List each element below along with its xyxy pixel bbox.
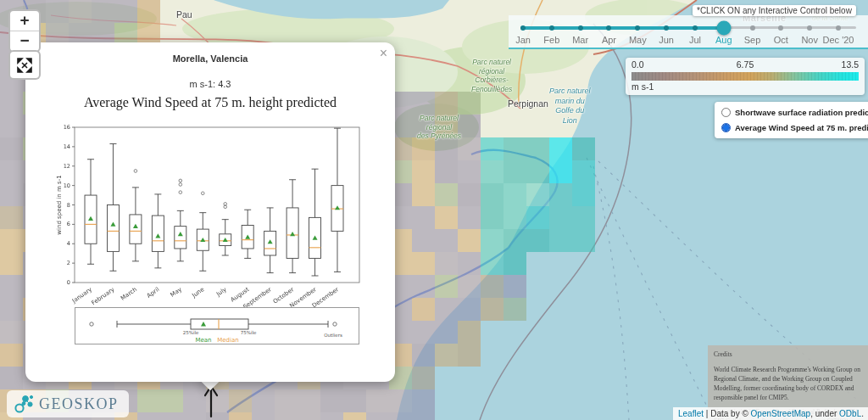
svg-text:4: 4 [67,240,70,247]
timeline-month-mar[interactable]: Mar [572,35,588,45]
timeline-month-jun[interactable]: Jun [659,35,674,45]
timeline-tick[interactable] [520,25,526,31]
timeline-tick[interactable] [836,25,841,31]
timeline-month-dec20[interactable]: Dec '20 [823,35,854,45]
svg-text:January: January [70,286,93,305]
colorbar-gradient [632,72,859,81]
attribution-text: | Data by © [704,409,751,418]
svg-text:6: 6 [67,221,70,227]
timeline-month-oct[interactable]: Oct [774,35,788,45]
leaflet-link[interactable]: Leaflet [678,409,704,418]
layer-selector-panel: Shortwave surface radiation prediction A… [715,102,868,138]
timeline-tick[interactable] [578,25,583,31]
timeline-tick[interactable] [606,25,611,31]
station-popup: × Morella, Valencia m s-1: 4.3 Average W… [25,42,395,382]
svg-text:Outliers: Outliers [324,333,342,338]
month-slider-panel: JanFebMarAprMayJunJulAugSepOctNovDec '20 [509,15,868,49]
svg-text:Mean: Mean [195,337,211,344]
popup-value: m s-1: 4.3 [25,79,395,89]
radio-button[interactable] [721,123,731,132]
zoom-control: + − [8,9,41,53]
timeline-month-may[interactable]: May [629,35,647,45]
attribution-text: , under [810,409,839,418]
layer-label: Shortwave surface radiation prediction [735,108,868,117]
zoom-out-button[interactable]: − [10,31,39,51]
credits-title: Credits [714,350,862,360]
svg-text:10: 10 [64,182,70,189]
timeline-month-feb[interactable]: Feb [543,35,559,45]
layer-label: Average Wind Speed at 75 m. prediction [735,123,868,132]
svg-text:June: June [191,286,206,300]
svg-text:0: 0 [67,279,70,286]
timeline-month-jul[interactable]: Jul [689,35,701,45]
svg-text:wind speed in m s-1: wind speed in m s-1 [56,175,63,234]
boxplot-chart: 0246810121416wind speed in m s-1JanuaryF… [25,123,395,354]
timeline-month-apr[interactable]: Apr [602,35,616,45]
color-scale-legend: 0.0 6.75 13.5 m s-1 [626,58,865,95]
layer-option-shortwave-radiation[interactable]: Shortwave surface radiation prediction [721,108,868,117]
svg-text:12: 12 [64,163,70,170]
popup-chart-title: Average Wind Speed at 75 m. height predi… [25,95,395,110]
odbl-link[interactable]: ODbL [839,409,861,418]
svg-text:16: 16 [64,124,70,131]
timeline-month-nov[interactable]: Nov [801,35,818,45]
svg-text:May: May [170,286,183,299]
layer-option-wind-speed[interactable]: Average Wind Speed at 75 m. prediction [721,123,868,132]
timeline-tick[interactable] [664,25,669,31]
zoom-in-button[interactable]: + [10,11,39,31]
svg-text:Median: Median [217,337,238,344]
geoskop-logo-text: GEOSKOP [39,395,119,413]
timeline-tick[interactable] [635,25,640,31]
geoskop-dots-icon [14,393,34,415]
svg-text:2: 2 [67,260,70,266]
svg-text:April: April [146,286,161,300]
attribution-text: . [861,409,864,418]
openstreetmap-link[interactable]: OpenStreetMap [751,409,811,418]
timeline-tick[interactable] [693,25,698,31]
timeline-tick[interactable] [807,25,812,31]
colorbar-max: 13.5 [842,59,859,70]
timeline-tick[interactable] [778,25,783,31]
timeline-month-sep[interactable]: Sep [744,35,761,45]
colorbar-unit: m s-1 [632,81,654,92]
svg-text:February: February [91,286,116,306]
geoskop-logo[interactable]: GEOSKOP [7,390,129,417]
timeline-tick[interactable] [549,25,554,31]
popup-location: Morella, Valencia [25,53,395,64]
radio-button[interactable] [721,108,731,117]
timeline-tick[interactable] [750,25,755,31]
svg-text:March: March [120,286,138,302]
expand-arrows-icon [17,58,32,73]
svg-text:14: 14 [64,143,70,150]
svg-text:25%ile: 25%ile [183,330,199,335]
credits-paragraph: World Climate Research Programme's Worki… [714,366,862,403]
map-attribution: Leaflet | Data by © OpenStreetMap, under… [673,407,868,420]
svg-text:8: 8 [67,202,70,209]
colorbar-mid: 6.75 [737,59,754,70]
timeline-month-jan[interactable]: Jan [515,35,531,45]
map-application: PauMarseillede la SantéParc naturel régi… [0,0,868,420]
interactive-control-tooltip: *CLICK ON any Interactive Control below [693,5,856,16]
svg-text:75%ile: 75%ile [241,330,257,335]
slider-handle[interactable] [716,20,731,35]
fullscreen-button[interactable] [8,50,41,80]
svg-text:July: July [214,286,228,298]
timeline-month-aug[interactable]: Aug [715,35,732,45]
colorbar-min: 0.0 [632,59,644,70]
